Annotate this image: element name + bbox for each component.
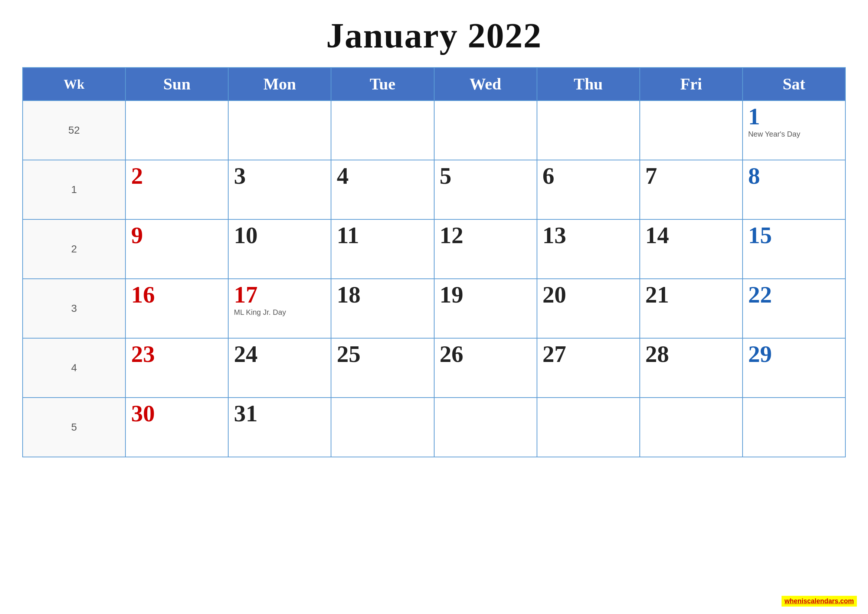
calendar-day-cell (537, 398, 640, 457)
calendar-day-cell: 31 (228, 398, 331, 457)
calendar-day-cell: 8 (742, 160, 845, 219)
calendar-day-cell: 18 (331, 279, 434, 338)
calendar-day-cell: 30 (126, 398, 228, 457)
day-number: 19 (440, 283, 532, 307)
calendar-day-cell: 22 (742, 279, 845, 338)
day-number: 25 (336, 342, 428, 366)
calendar-day-cell (537, 101, 640, 160)
calendar-day-cell: 23 (126, 338, 228, 398)
day-number: 5 (440, 164, 532, 188)
calendar-day-cell: 10 (228, 219, 331, 279)
day-number: 30 (131, 402, 223, 425)
day-number: 4 (336, 164, 428, 188)
calendar-day-cell: 3 (228, 160, 331, 219)
day-number: 15 (748, 223, 840, 247)
day-number: 6 (542, 164, 634, 188)
calendar-day-cell: 27 (537, 338, 640, 398)
header-fri: Fri (640, 68, 742, 101)
day-number: 2 (131, 164, 223, 188)
calendar-day-cell: 28 (640, 338, 742, 398)
day-number: 31 (234, 402, 326, 425)
day-number: 20 (542, 283, 634, 307)
day-number: 28 (645, 342, 737, 366)
calendar-week-row: 521New Year's Day (23, 101, 845, 160)
calendar-day-cell: 20 (537, 279, 640, 338)
day-number: 12 (440, 223, 532, 247)
week-number: 2 (23, 219, 126, 279)
calendar-day-cell: 5 (434, 160, 537, 219)
watermark[interactable]: wheniscalendars.com (781, 596, 857, 606)
day-number: 13 (542, 223, 634, 247)
calendar-day-cell: 25 (331, 338, 434, 398)
calendar-table: Wk Sun Mon Tue Wed Thu Fri Sat 521New Ye… (22, 67, 846, 457)
day-number: 27 (542, 342, 634, 366)
holiday-label: New Year's Day (748, 130, 840, 138)
week-number: 52 (23, 101, 126, 160)
calendar-day-cell (640, 101, 742, 160)
day-number: 11 (336, 223, 428, 247)
calendar-day-cell: 29 (742, 338, 845, 398)
calendar-day-cell (126, 101, 228, 160)
calendar-day-cell: 1New Year's Day (742, 101, 845, 160)
header-sun: Sun (126, 68, 228, 101)
calendar-day-cell: 14 (640, 219, 742, 279)
header-tue: Tue (331, 68, 434, 101)
week-number: 4 (23, 338, 126, 398)
calendar-week-row: 29101112131415 (23, 219, 845, 279)
header-thu: Thu (537, 68, 640, 101)
day-number: 23 (131, 342, 223, 366)
calendar-day-cell (331, 101, 434, 160)
day-number: 29 (748, 342, 840, 366)
day-number: 3 (234, 164, 326, 188)
calendar-header: Wk Sun Mon Tue Wed Thu Fri Sat (23, 68, 845, 101)
day-number: 26 (440, 342, 532, 366)
day-number: 16 (131, 283, 223, 307)
week-number: 1 (23, 160, 126, 219)
calendar-day-cell: 15 (742, 219, 845, 279)
calendar-week-row: 53031 (23, 398, 845, 457)
day-number: 10 (234, 223, 326, 247)
calendar-week-row: 12345678 (23, 160, 845, 219)
header-wed: Wed (434, 68, 537, 101)
watermark-link[interactable]: wheniscalendars.com (784, 597, 854, 605)
calendar-day-cell: 12 (434, 219, 537, 279)
calendar-week-row: 423242526272829 (23, 338, 845, 398)
day-number: 8 (748, 164, 840, 188)
week-number: 5 (23, 398, 126, 457)
calendar-day-cell: 19 (434, 279, 537, 338)
day-number: 14 (645, 223, 737, 247)
calendar-day-cell (228, 101, 331, 160)
calendar-week-row: 31617ML King Jr. Day1819202122 (23, 279, 845, 338)
day-number: 9 (131, 223, 223, 247)
calendar-day-cell (742, 398, 845, 457)
calendar-day-cell: 6 (537, 160, 640, 219)
day-number: 1 (748, 105, 840, 129)
page-title: January 2022 (326, 15, 542, 56)
day-number: 24 (234, 342, 326, 366)
calendar-day-cell: 24 (228, 338, 331, 398)
calendar-day-cell: 2 (126, 160, 228, 219)
header-sat: Sat (742, 68, 845, 101)
day-number: 7 (645, 164, 737, 188)
week-number: 3 (23, 279, 126, 338)
calendar-day-cell: 7 (640, 160, 742, 219)
calendar-day-cell: 21 (640, 279, 742, 338)
calendar-day-cell: 9 (126, 219, 228, 279)
calendar-day-cell (434, 101, 537, 160)
calendar-day-cell: 11 (331, 219, 434, 279)
calendar-day-cell (434, 398, 537, 457)
calendar-day-cell (640, 398, 742, 457)
wk-header: Wk (23, 68, 126, 101)
day-number: 18 (336, 283, 428, 307)
calendar-day-cell (331, 398, 434, 457)
header-mon: Mon (228, 68, 331, 101)
calendar-day-cell: 26 (434, 338, 537, 398)
calendar-day-cell: 16 (126, 279, 228, 338)
day-number: 22 (748, 283, 840, 307)
day-number: 17 (234, 283, 326, 307)
calendar-day-cell: 4 (331, 160, 434, 219)
holiday-label: ML King Jr. Day (234, 308, 326, 317)
calendar-day-cell: 13 (537, 219, 640, 279)
day-number: 21 (645, 283, 737, 307)
calendar-day-cell: 17ML King Jr. Day (228, 279, 331, 338)
